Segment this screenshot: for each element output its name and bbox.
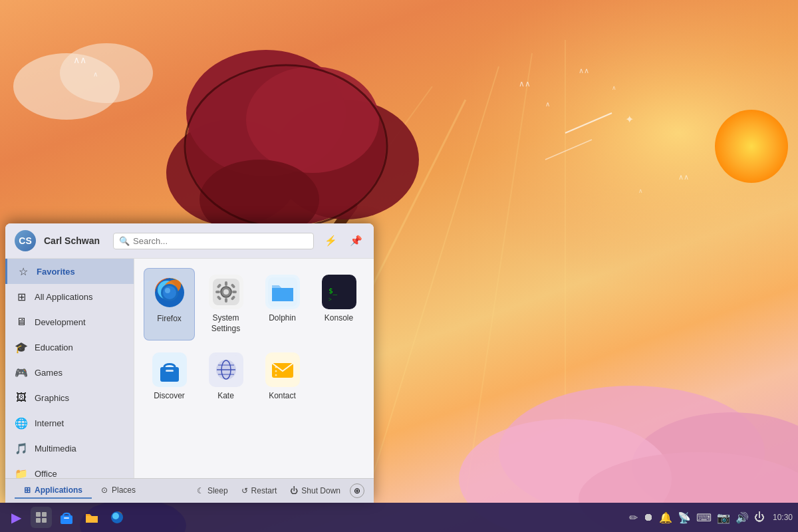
svg-rect-60 bbox=[166, 370, 174, 372]
taskbar-camera-icon[interactable]: 📷 bbox=[717, 511, 730, 524]
development-icon: 🖥 bbox=[15, 315, 28, 329]
app-item-dolphin[interactable]: Dolphin bbox=[257, 268, 308, 340]
filter-button[interactable]: ⚡ bbox=[322, 232, 339, 249]
svg-text:∧: ∧ bbox=[638, 188, 643, 194]
svg-point-45 bbox=[223, 289, 229, 295]
taskbar-folder[interactable] bbox=[81, 507, 102, 528]
user-avatar: CS bbox=[15, 230, 36, 251]
svg-rect-77 bbox=[64, 517, 69, 519]
svg-rect-49 bbox=[232, 291, 237, 293]
graphics-icon: 🖼 bbox=[15, 391, 28, 404]
svg-rect-76 bbox=[61, 515, 72, 524]
taskbar-left: ▶ bbox=[5, 507, 629, 528]
sidebar-label-graphics: Graphics bbox=[35, 393, 69, 403]
menu-header: CS Carl Schwan 🔍 ⚡ 📌 bbox=[5, 223, 374, 259]
konsole-label: Konsole bbox=[325, 313, 353, 324]
footer-tab-places[interactable]: ⊙ Places bbox=[92, 483, 145, 499]
more-button[interactable]: ⊕ bbox=[350, 483, 364, 498]
svg-text:∧∧: ∧∧ bbox=[519, 79, 531, 88]
office-icon: 📁 bbox=[15, 467, 28, 478]
taskbar-power-icon[interactable]: ⏻ bbox=[754, 511, 765, 523]
education-icon: 🎓 bbox=[15, 340, 28, 354]
svg-rect-74 bbox=[36, 518, 41, 523]
search-input[interactable] bbox=[133, 236, 308, 246]
dolphin-label: Dolphin bbox=[269, 313, 296, 324]
restart-icon: ↺ bbox=[241, 486, 248, 495]
sidebar-label-office: Office bbox=[35, 469, 57, 479]
sleep-button[interactable]: ☾ Sleep bbox=[190, 483, 235, 498]
svg-text:$_: $_ bbox=[329, 287, 338, 295]
taskbar-notify-icon[interactable]: 🔔 bbox=[659, 511, 672, 524]
sidebar-item-office[interactable]: 📁 Office bbox=[5, 461, 134, 478]
svg-point-41 bbox=[163, 286, 176, 299]
taskbar-keyboard-icon[interactable]: ⌨ bbox=[696, 511, 712, 524]
svg-point-69 bbox=[275, 366, 277, 368]
svg-point-23 bbox=[60, 43, 153, 103]
sidebar-label-internet: Internet bbox=[35, 418, 64, 428]
app-grid: Firefox bbox=[134, 259, 374, 478]
firefox-label: Firefox bbox=[157, 314, 182, 325]
svg-rect-46 bbox=[225, 281, 227, 286]
svg-text:∧∧: ∧∧ bbox=[73, 55, 86, 65]
menu-body: ☆ Favorites ⊞ All Applications 🖥 Develop… bbox=[5, 259, 374, 478]
app-item-discover[interactable]: Discover bbox=[144, 346, 195, 408]
svg-rect-72 bbox=[36, 512, 41, 517]
dolphin-icon bbox=[265, 275, 300, 309]
app-item-firefox[interactable]: Firefox bbox=[144, 268, 195, 340]
sidebar-label-development: Development bbox=[35, 317, 86, 327]
sidebar-item-favorites[interactable]: ☆ Favorites bbox=[5, 259, 134, 284]
taskbar-firefox[interactable] bbox=[106, 507, 128, 528]
discover-label: Discover bbox=[154, 391, 185, 402]
sidebar-item-internet[interactable]: 🌐 Internet bbox=[5, 410, 134, 436]
start-menu: CS Carl Schwan 🔍 ⚡ 📌 ☆ Favorites ⊞ All A… bbox=[5, 223, 374, 503]
svg-text:∧: ∧ bbox=[612, 84, 616, 91]
sidebar-label-education: Education bbox=[35, 342, 73, 352]
app-item-konsole[interactable]: $_ > Konsole bbox=[313, 268, 364, 340]
sidebar-item-graphics[interactable]: 🖼 Graphics bbox=[5, 385, 134, 410]
svg-text:✦: ✦ bbox=[625, 114, 634, 125]
start-button[interactable]: ▶ bbox=[5, 507, 27, 528]
taskbar-files[interactable] bbox=[31, 507, 52, 528]
svg-rect-75 bbox=[42, 518, 47, 523]
sidebar-label-multimedia: Multimedia bbox=[35, 444, 76, 454]
svg-point-71 bbox=[275, 374, 277, 376]
sidebar-label-games: Games bbox=[35, 368, 63, 378]
svg-rect-59 bbox=[160, 367, 179, 382]
sidebar-item-games[interactable]: 🎮 Games bbox=[5, 360, 134, 385]
kontact-label: Kontact bbox=[269, 391, 296, 402]
taskbar-store[interactable] bbox=[56, 507, 77, 528]
sidebar-item-all-applications[interactable]: ⊞ All Applications bbox=[5, 284, 134, 309]
sidebar-item-education[interactable]: 🎓 Education bbox=[5, 334, 134, 360]
app-item-kate[interactable]: Kate bbox=[200, 346, 251, 408]
taskbar-right: ✏ ⏺ 🔔 📡 ⌨ 📷 🔊 ⏻ 10:30 bbox=[629, 511, 793, 524]
taskbar-network-icon[interactable]: 📡 bbox=[678, 511, 691, 524]
sidebar-label-all-apps: All Applications bbox=[35, 292, 92, 302]
taskbar: ▶ bbox=[0, 503, 798, 532]
sidebar-item-development[interactable]: 🖥 Development bbox=[5, 309, 134, 334]
multimedia-icon: 🎵 bbox=[15, 442, 28, 455]
footer-tab-applications[interactable]: ⊞ Applications bbox=[15, 483, 92, 499]
taskbar-audio-icon[interactable]: 🔊 bbox=[735, 511, 749, 524]
menu-footer: ⊞ Applications ⊙ Places ☾ Sleep ↺ Restar… bbox=[5, 478, 374, 503]
sidebar-item-multimedia[interactable]: 🎵 Multimedia bbox=[5, 436, 134, 461]
shutdown-button[interactable]: ⏻ Shut Down bbox=[283, 483, 347, 498]
pin-button[interactable]: 📌 bbox=[347, 232, 364, 249]
konsole-icon: $_ > bbox=[322, 275, 356, 309]
applications-tab-label: Applications bbox=[35, 485, 82, 495]
kate-label: Kate bbox=[217, 391, 234, 402]
svg-point-79 bbox=[112, 513, 119, 519]
firefox-icon bbox=[152, 275, 187, 310]
taskbar-record-icon[interactable]: ⏺ bbox=[643, 511, 654, 523]
app-item-kontact[interactable]: Kontact bbox=[257, 346, 308, 408]
restart-button[interactable]: ↺ Restart bbox=[235, 483, 284, 498]
svg-point-1 bbox=[715, 110, 788, 183]
app-item-system-settings[interactable]: System Settings bbox=[200, 268, 251, 340]
search-bar[interactable]: 🔍 bbox=[113, 233, 314, 249]
sleep-label: Sleep bbox=[207, 486, 228, 495]
places-tab-label: Places bbox=[112, 485, 136, 495]
sidebar: ☆ Favorites ⊞ All Applications 🖥 Develop… bbox=[5, 259, 134, 478]
taskbar-edit-icon[interactable]: ✏ bbox=[629, 511, 638, 524]
kate-icon bbox=[209, 352, 243, 387]
favorites-icon: ☆ bbox=[17, 265, 30, 278]
svg-rect-47 bbox=[225, 298, 227, 303]
